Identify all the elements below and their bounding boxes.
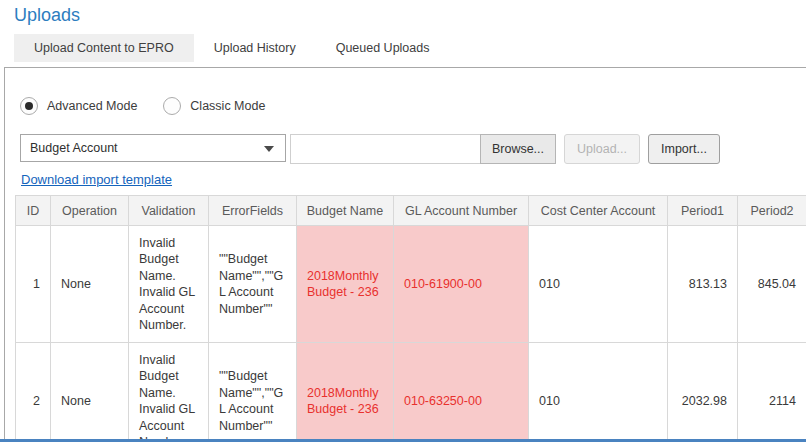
cell-cost-center-account: 010 <box>529 343 668 442</box>
table-row: 2 None Invalid Budget Name. Invalid GL A… <box>16 343 806 442</box>
cell-gl-account-number-error: 010-63250-00 <box>394 343 529 442</box>
import-button[interactable]: Import... <box>648 134 720 164</box>
column-header-cost-center-account: Cost Center Account <box>529 196 668 226</box>
column-header-operation: Operation <box>51 196 129 226</box>
table-header-row: ID Operation Validation ErrorFields Budg… <box>16 196 806 226</box>
cell-period1: 2032.98 <box>668 343 738 442</box>
import-controls-row: Budget Account Browse... Upload... Impor… <box>20 134 806 164</box>
import-type-selected-value: Budget Account <box>30 141 118 155</box>
page-title: Uploads <box>0 0 806 34</box>
cell-period1: 813.13 <box>668 226 738 343</box>
cell-gl-account-number-error: 010-61900-00 <box>394 226 529 343</box>
cell-period2: 2114 <box>738 343 806 442</box>
column-header-errorfields: ErrorFields <box>209 196 297 226</box>
table-row: 1 None Invalid Budget Name. Invalid GL A… <box>16 226 806 343</box>
radio-selected-icon <box>20 97 38 115</box>
column-header-period2: Period2 <box>738 196 806 226</box>
tab-upload-history[interactable]: Upload History <box>194 34 316 62</box>
radio-unselected-icon <box>163 97 181 115</box>
cell-operation: None <box>51 343 129 442</box>
chevron-down-icon <box>264 146 274 152</box>
cell-budget-name-error: 2018Monthly Budget - 236 <box>297 343 394 442</box>
cell-cost-center-account: 010 <box>529 226 668 343</box>
tab-bar: Upload Content to EPRO Upload History Qu… <box>14 34 806 62</box>
cell-validation: Invalid Budget Name. Invalid GL Account … <box>129 226 209 343</box>
cell-id: 2 <box>16 343 51 442</box>
upload-content-panel: Advanced Mode Classic Mode Budget Accoun… <box>4 67 806 442</box>
advanced-mode-radio[interactable]: Advanced Mode <box>20 97 137 115</box>
cell-id: 1 <box>16 226 51 343</box>
cell-errorfields: ""Budget Name"",""GL Account Number"" <box>209 226 297 343</box>
column-header-gl-account-number: GL Account Number <box>394 196 529 226</box>
file-picker-group: Browse... <box>290 134 556 164</box>
import-type-select[interactable]: Budget Account <box>20 134 286 162</box>
browse-button[interactable]: Browse... <box>480 134 556 164</box>
cell-errorfields: ""Budget Name"",""GL Account Number"" <box>209 343 297 442</box>
tab-queued-uploads[interactable]: Queued Uploads <box>316 34 450 62</box>
mode-radio-group: Advanced Mode Classic Mode <box>20 96 806 116</box>
download-template-row: Download import template <box>21 172 806 190</box>
column-header-period1: Period1 <box>668 196 738 226</box>
cell-budget-name-error: 2018Monthly Budget - 236 <box>297 226 394 343</box>
classic-mode-label: Classic Mode <box>190 99 265 113</box>
advanced-mode-label: Advanced Mode <box>47 99 137 113</box>
column-header-validation: Validation <box>129 196 209 226</box>
upload-button[interactable]: Upload... <box>564 134 640 164</box>
column-header-id: ID <box>16 196 51 226</box>
file-path-input[interactable] <box>290 134 480 164</box>
column-header-budget-name: Budget Name <box>297 196 394 226</box>
tab-upload-content-to-epro[interactable]: Upload Content to EPRO <box>14 34 194 62</box>
cell-operation: None <box>51 226 129 343</box>
upload-preview-table: ID Operation Validation ErrorFields Budg… <box>15 195 806 442</box>
download-import-template-link[interactable]: Download import template <box>21 172 172 187</box>
cell-period2: 845.04 <box>738 226 806 343</box>
classic-mode-radio[interactable]: Classic Mode <box>163 97 265 115</box>
cell-validation: Invalid Budget Name. Invalid GL Account … <box>129 343 209 442</box>
